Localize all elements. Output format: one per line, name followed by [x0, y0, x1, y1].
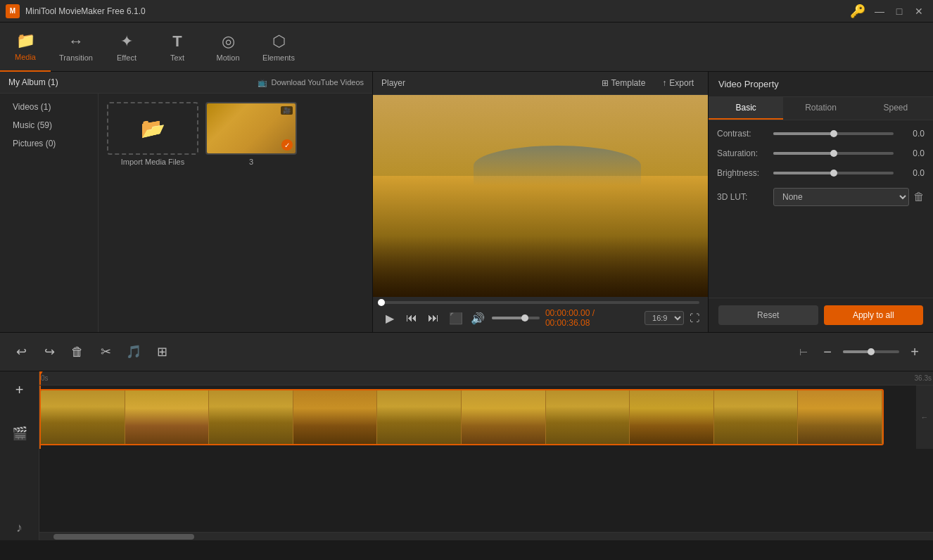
volume-knob[interactable]: [521, 314, 528, 322]
brightness-row: Brightness: 0.0: [717, 168, 925, 178]
track-arrow-icon[interactable]: ←: [921, 413, 929, 421]
add-track-button[interactable]: +: [7, 377, 32, 402]
toolbar-motion[interactable]: ◎ Motion: [203, 23, 253, 72]
ruler-playhead: [39, 371, 41, 385]
brightness-value: 0.0: [899, 168, 925, 178]
volume-button[interactable]: 🔊: [469, 310, 485, 326]
saturation-label: Saturation:: [717, 148, 773, 158]
toolbar-media[interactable]: 📁 Media: [0, 23, 51, 72]
brightness-slider-container: 0.0: [773, 168, 925, 178]
video-track-icon[interactable]: 🎬: [7, 421, 32, 446]
video-media-label: 3: [249, 158, 253, 166]
brightness-knob[interactable]: [830, 170, 837, 177]
saturation-fill: [773, 152, 834, 155]
export-icon: ↑: [662, 78, 666, 88]
titlebar: M MiniTool MovieMaker Free 6.1.0 🔑 — □ ✕: [0, 0, 933, 23]
maximize-button[interactable]: □: [891, 3, 908, 20]
prev-frame-button[interactable]: ⏮: [403, 310, 419, 326]
delete-button[interactable]: 🗑: [65, 339, 90, 364]
tab-rotation[interactable]: Rotation: [783, 97, 858, 120]
app-title: MiniTool MovieMaker Free 6.1.0: [25, 6, 850, 16]
contrast-label: Contrast:: [717, 129, 773, 139]
zoom-fill: [843, 350, 871, 353]
template-button[interactable]: ⊞ Template: [596, 76, 652, 90]
toolbar-elements[interactable]: ⬡ Elements: [253, 23, 304, 72]
lut-select[interactable]: None: [773, 188, 909, 206]
toolbar-effect[interactable]: ✦ Effect: [101, 23, 152, 72]
stop-button[interactable]: ⬛: [448, 310, 464, 326]
zoom-slider[interactable]: [843, 350, 899, 353]
clip-frame-1: [41, 390, 125, 444]
zoom-out-button[interactable]: −: [818, 342, 837, 362]
progress-knob[interactable]: [378, 299, 385, 306]
sidebar-item-videos[interactable]: Videos (1): [0, 98, 98, 116]
aspect-ratio-select[interactable]: 16:9 4:3 1:1 9:16: [645, 311, 684, 325]
saturation-row: Saturation: 0.0: [717, 148, 925, 158]
audio-track-icon[interactable]: ♪: [7, 515, 32, 540]
audio-button[interactable]: 🎵: [121, 339, 146, 364]
clip-frame-10: [798, 390, 882, 444]
contrast-knob[interactable]: [830, 130, 837, 137]
zoom-in-button[interactable]: +: [905, 342, 925, 362]
redo-button[interactable]: ↪: [37, 339, 62, 364]
player-title: Player: [381, 78, 405, 88]
download-youtube-button[interactable]: 📺 Download YouTube Videos: [258, 78, 364, 87]
close-button[interactable]: ✕: [910, 3, 927, 20]
undo-button[interactable]: ↩: [8, 339, 34, 364]
progress-bar[interactable]: [381, 301, 699, 304]
brightness-slider[interactable]: [773, 172, 894, 174]
toolbar-transition[interactable]: ↔ Transition: [51, 23, 101, 72]
toolbar-transition-label: Transition: [59, 53, 93, 62]
tab-speed[interactable]: Speed: [858, 97, 933, 120]
contrast-row: Contrast: 0.0: [717, 129, 925, 139]
timeline-ruler: 0s 36.3s: [39, 371, 933, 386]
next-frame-button[interactable]: ⏭: [426, 310, 442, 326]
export-button[interactable]: ↑ Export: [656, 76, 699, 90]
contrast-slider-container: 0.0: [773, 129, 925, 139]
clip-frame-4: [293, 390, 378, 444]
import-media-item[interactable]: 📂 Import Media Files: [107, 102, 198, 166]
video-display: [373, 95, 708, 297]
key-icon[interactable]: 🔑: [850, 4, 865, 19]
apply-to-all-button[interactable]: Apply to all: [824, 305, 924, 325]
reset-button[interactable]: Reset: [718, 305, 818, 325]
lut-delete-button[interactable]: 🗑: [913, 191, 925, 203]
toolbar-text-label: Text: [170, 53, 184, 62]
video-preview: [373, 95, 708, 297]
video-media-item[interactable]: 🎥 ✓ 3: [205, 102, 297, 166]
fullscreen-button[interactable]: ⛶: [690, 312, 699, 324]
ruler-end: 36.3s: [915, 374, 932, 382]
elements-icon: ⬡: [272, 32, 286, 51]
video-clip[interactable]: [39, 389, 884, 445]
minimize-button[interactable]: —: [871, 3, 888, 20]
saturation-knob[interactable]: [830, 150, 837, 157]
clip-frame-8: [630, 390, 714, 444]
import-media-label: Import Media Files: [121, 158, 184, 166]
horizontal-scrollbar[interactable]: [39, 532, 933, 540]
saturation-slider[interactable]: [773, 152, 894, 155]
scrollbar-thumb[interactable]: [53, 534, 194, 540]
track-side-controls: ←: [916, 386, 933, 449]
sidebar-tree: Videos (1) Music (59) Pictures (0): [0, 94, 99, 332]
tab-basic[interactable]: Basic: [709, 97, 783, 120]
crop-button[interactable]: ⊞: [149, 339, 174, 364]
album-header: My Album (1) 📺 Download YouTube Videos: [0, 72, 372, 94]
media-icon: 📁: [16, 32, 35, 50]
audio-track: [39, 449, 933, 484]
window-controls: — □ ✕: [871, 3, 927, 20]
sidebar-item-pictures[interactable]: Pictures (0): [0, 134, 98, 153]
timeline-sidebar: + 🎬 ♪: [0, 371, 39, 540]
ruler-playhead-triangle: [39, 371, 44, 376]
download-label: Download YouTube Videos: [272, 78, 364, 87]
folder-icon: 📂: [141, 117, 165, 140]
cut-button[interactable]: ✂: [93, 339, 118, 364]
zoom-knob[interactable]: [868, 348, 875, 355]
toolbar-text[interactable]: T Text: [152, 23, 203, 72]
play-button[interactable]: ▶: [381, 310, 398, 326]
volume-slider[interactable]: [492, 317, 540, 319]
contrast-value: 0.0: [899, 129, 925, 139]
property-footer: Reset Apply to all: [709, 298, 933, 332]
sidebar-item-music[interactable]: Music (59): [0, 116, 98, 134]
contrast-slider[interactable]: [773, 132, 894, 135]
property-tabs: Basic Rotation Speed: [709, 97, 933, 120]
